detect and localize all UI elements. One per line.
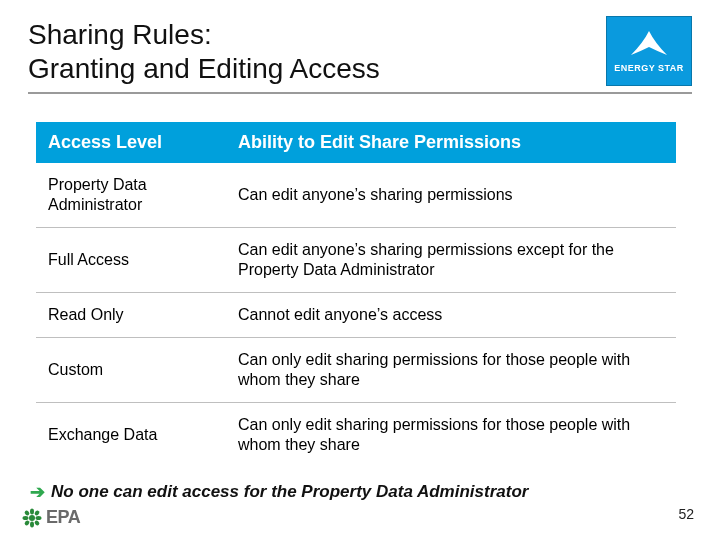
energy-star-label: ENERGY STAR <box>614 63 684 73</box>
cell-access-level: Custom <box>36 338 226 403</box>
cell-ability: Can edit anyone’s sharing permissions ex… <box>226 228 676 293</box>
cell-ability: Can edit anyone’s sharing permissions <box>226 163 676 228</box>
cell-access-level: Read Only <box>36 293 226 338</box>
table-row: Exchange Data Can only edit sharing perm… <box>36 403 676 468</box>
cell-ability: Can only edit sharing permissions for th… <box>226 403 676 468</box>
access-rules-table: Access Level Ability to Edit Share Permi… <box>36 122 676 467</box>
table-row: Read Only Cannot edit anyone’s access <box>36 293 676 338</box>
cell-access-level: Property Data Administrator <box>36 163 226 228</box>
title-line-1: Sharing Rules: <box>28 19 212 50</box>
table-row: Property Data Administrator Can edit any… <box>36 163 676 228</box>
energy-star-icon <box>629 29 669 59</box>
svg-point-1 <box>30 508 34 514</box>
svg-point-2 <box>30 521 34 527</box>
footnote: ➔ No one can edit access for the Propert… <box>30 481 692 503</box>
epa-label: EPA <box>46 507 80 528</box>
epa-logo: EPA <box>22 507 80 528</box>
svg-point-4 <box>36 516 42 520</box>
energy-star-logo: ENERGY STAR <box>606 16 692 86</box>
svg-point-3 <box>23 516 29 520</box>
footnote-text: No one can edit access for the Property … <box>51 482 528 502</box>
slide-header: Sharing Rules: Granting and Editing Acce… <box>28 18 692 94</box>
svg-point-0 <box>29 515 35 521</box>
table-header-row: Access Level Ability to Edit Share Permi… <box>36 122 676 163</box>
col-header-access-level: Access Level <box>36 122 226 163</box>
svg-point-8 <box>34 519 41 526</box>
cell-ability: Cannot edit anyone’s access <box>226 293 676 338</box>
arrow-right-icon: ➔ <box>30 481 45 503</box>
svg-point-6 <box>34 509 41 516</box>
cell-access-level: Exchange Data <box>36 403 226 468</box>
cell-access-level: Full Access <box>36 228 226 293</box>
svg-point-7 <box>24 519 31 526</box>
epa-flower-icon <box>22 508 42 528</box>
cell-ability: Can only edit sharing permissions for th… <box>226 338 676 403</box>
col-header-ability: Ability to Edit Share Permissions <box>226 122 676 163</box>
title-line-2: Granting and Editing Access <box>28 53 380 84</box>
table-row: Custom Can only edit sharing permissions… <box>36 338 676 403</box>
page-number: 52 <box>678 506 694 522</box>
svg-point-5 <box>24 509 31 516</box>
table-row: Full Access Can edit anyone’s sharing pe… <box>36 228 676 293</box>
slide-title: Sharing Rules: Granting and Editing Acce… <box>28 18 380 85</box>
